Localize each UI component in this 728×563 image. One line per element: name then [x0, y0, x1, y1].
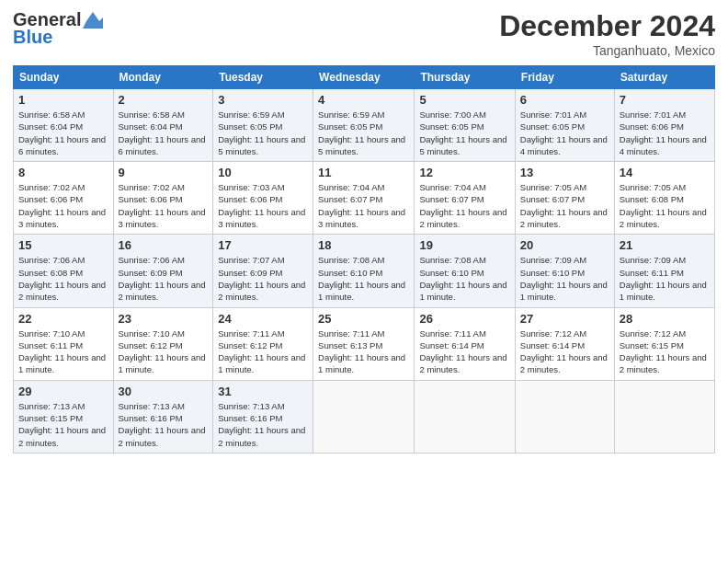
calendar-cell: 14Sunrise: 7:05 AM Sunset: 6:08 PM Dayli… — [614, 162, 714, 235]
day-number: 22 — [18, 312, 108, 326]
calendar-cell: 8Sunrise: 7:02 AM Sunset: 6:06 PM Daylig… — [14, 162, 114, 235]
day-info: Sunrise: 7:09 AM Sunset: 6:11 PM Dayligh… — [620, 254, 710, 303]
week-row-4: 29Sunrise: 7:13 AM Sunset: 6:15 PM Dayli… — [14, 380, 715, 453]
calendar-table: SundayMondayTuesdayWednesdayThursdayFrid… — [13, 65, 715, 454]
calendar-cell: 9Sunrise: 7:02 AM Sunset: 6:06 PM Daylig… — [113, 162, 213, 235]
calendar-cell: 1Sunrise: 6:58 AM Sunset: 6:04 PM Daylig… — [14, 89, 114, 162]
day-info: Sunrise: 7:13 AM Sunset: 6:16 PM Dayligh… — [119, 400, 209, 449]
calendar-cell: 7Sunrise: 7:01 AM Sunset: 6:06 PM Daylig… — [614, 89, 714, 162]
day-info: Sunrise: 7:01 AM Sunset: 6:06 PM Dayligh… — [620, 109, 710, 157]
calendar-cell: 20Sunrise: 7:09 AM Sunset: 6:10 PM Dayli… — [515, 235, 614, 307]
calendar-cell: 13Sunrise: 7:05 AM Sunset: 6:07 PM Dayli… — [515, 162, 614, 235]
header-friday: Friday — [515, 66, 614, 89]
day-number: 29 — [18, 385, 108, 398]
day-info: Sunrise: 7:11 AM Sunset: 6:13 PM Dayligh… — [318, 327, 409, 376]
day-number: 30 — [119, 385, 209, 398]
logo-icon — [83, 8, 103, 29]
day-number: 15 — [18, 238, 108, 252]
day-number: 17 — [218, 238, 308, 252]
day-info: Sunrise: 7:13 AM Sunset: 6:15 PM Dayligh… — [18, 400, 108, 449]
day-number: 18 — [318, 238, 409, 252]
day-number: 28 — [620, 312, 710, 326]
week-row-3: 22Sunrise: 7:10 AM Sunset: 6:11 PM Dayli… — [14, 307, 715, 380]
day-info: Sunrise: 7:12 AM Sunset: 6:15 PM Dayligh… — [620, 327, 710, 376]
calendar-cell: 11Sunrise: 7:04 AM Sunset: 6:07 PM Dayli… — [313, 162, 415, 235]
calendar-cell: 4Sunrise: 6:59 AM Sunset: 6:05 PM Daylig… — [313, 89, 415, 162]
calendar-cell: 25Sunrise: 7:11 AM Sunset: 6:13 PM Dayli… — [313, 307, 415, 380]
calendar-cell: 5Sunrise: 7:00 AM Sunset: 6:05 PM Daylig… — [415, 89, 515, 162]
calendar-cell: 31Sunrise: 7:13 AM Sunset: 6:16 PM Dayli… — [213, 380, 313, 453]
day-info: Sunrise: 7:12 AM Sunset: 6:14 PM Dayligh… — [520, 327, 609, 376]
day-number: 4 — [318, 93, 409, 107]
day-info: Sunrise: 7:04 AM Sunset: 6:07 PM Dayligh… — [318, 181, 409, 230]
calendar-cell: 3Sunrise: 6:59 AM Sunset: 6:05 PM Daylig… — [213, 89, 313, 162]
calendar-cell — [415, 380, 515, 453]
day-info: Sunrise: 7:05 AM Sunset: 6:07 PM Dayligh… — [520, 181, 609, 230]
calendar-cell: 24Sunrise: 7:11 AM Sunset: 6:12 PM Dayli… — [213, 307, 313, 380]
day-info: Sunrise: 7:06 AM Sunset: 6:09 PM Dayligh… — [119, 254, 209, 303]
day-info: Sunrise: 6:59 AM Sunset: 6:05 PM Dayligh… — [318, 109, 409, 157]
day-info: Sunrise: 7:08 AM Sunset: 6:10 PM Dayligh… — [318, 254, 409, 303]
day-info: Sunrise: 7:01 AM Sunset: 6:05 PM Dayligh… — [520, 109, 609, 157]
calendar-cell: 6Sunrise: 7:01 AM Sunset: 6:05 PM Daylig… — [515, 89, 614, 162]
calendar-cell: 19Sunrise: 7:08 AM Sunset: 6:10 PM Dayli… — [415, 235, 515, 307]
day-number: 14 — [620, 166, 710, 179]
calendar-cell: 17Sunrise: 7:07 AM Sunset: 6:09 PM Dayli… — [213, 235, 313, 307]
calendar-cell: 21Sunrise: 7:09 AM Sunset: 6:11 PM Dayli… — [614, 235, 714, 307]
calendar-cell: 15Sunrise: 7:06 AM Sunset: 6:08 PM Dayli… — [14, 235, 114, 307]
header-thursday: Thursday — [415, 66, 515, 89]
day-number: 19 — [419, 238, 509, 252]
day-number: 6 — [520, 93, 609, 107]
day-info: Sunrise: 7:11 AM Sunset: 6:14 PM Dayligh… — [419, 327, 509, 376]
day-info: Sunrise: 7:02 AM Sunset: 6:06 PM Dayligh… — [119, 181, 209, 230]
page-header: General Blue December 2024 Tanganhuato, … — [13, 9, 715, 58]
calendar-cell — [515, 380, 614, 453]
title-block: December 2024 Tanganhuato, Mexico — [499, 9, 715, 58]
calendar-cell: 18Sunrise: 7:08 AM Sunset: 6:10 PM Dayli… — [313, 235, 415, 307]
header-wednesday: Wednesday — [313, 66, 415, 89]
day-info: Sunrise: 7:09 AM Sunset: 6:10 PM Dayligh… — [520, 254, 609, 303]
month-title: December 2024 — [499, 9, 715, 43]
day-info: Sunrise: 7:11 AM Sunset: 6:12 PM Dayligh… — [218, 327, 308, 376]
day-number: 16 — [119, 238, 209, 252]
day-info: Sunrise: 7:03 AM Sunset: 6:06 PM Dayligh… — [218, 181, 308, 230]
week-row-0: 1Sunrise: 6:58 AM Sunset: 6:04 PM Daylig… — [14, 89, 715, 162]
day-number: 12 — [419, 166, 509, 179]
day-number: 5 — [419, 93, 509, 107]
calendar-cell: 29Sunrise: 7:13 AM Sunset: 6:15 PM Dayli… — [14, 380, 114, 453]
day-number: 7 — [620, 93, 710, 107]
calendar-cell: 16Sunrise: 7:06 AM Sunset: 6:09 PM Dayli… — [113, 235, 213, 307]
day-number: 13 — [520, 166, 609, 179]
day-info: Sunrise: 7:07 AM Sunset: 6:09 PM Dayligh… — [218, 254, 308, 303]
day-info: Sunrise: 7:13 AM Sunset: 6:16 PM Dayligh… — [218, 400, 308, 449]
day-info: Sunrise: 6:58 AM Sunset: 6:04 PM Dayligh… — [119, 109, 209, 157]
calendar-cell: 10Sunrise: 7:03 AM Sunset: 6:06 PM Dayli… — [213, 162, 313, 235]
header-tuesday: Tuesday — [213, 66, 313, 89]
calendar-cell: 2Sunrise: 6:58 AM Sunset: 6:04 PM Daylig… — [113, 89, 213, 162]
logo: General Blue — [13, 9, 103, 48]
week-row-2: 15Sunrise: 7:06 AM Sunset: 6:08 PM Dayli… — [14, 235, 715, 307]
header-monday: Monday — [113, 66, 213, 89]
day-number: 23 — [119, 312, 209, 326]
calendar-cell: 22Sunrise: 7:10 AM Sunset: 6:11 PM Dayli… — [14, 307, 114, 380]
day-number: 26 — [419, 312, 509, 326]
day-number: 10 — [218, 166, 308, 179]
day-number: 3 — [218, 93, 308, 107]
day-number: 21 — [620, 238, 710, 252]
day-number: 20 — [520, 238, 609, 252]
location: Tanganhuato, Mexico — [499, 43, 715, 58]
week-row-1: 8Sunrise: 7:02 AM Sunset: 6:06 PM Daylig… — [14, 162, 715, 235]
day-info: Sunrise: 7:02 AM Sunset: 6:06 PM Dayligh… — [18, 181, 108, 230]
calendar-header-row: SundayMondayTuesdayWednesdayThursdayFrid… — [14, 66, 715, 89]
day-number: 24 — [218, 312, 308, 326]
calendar-cell: 12Sunrise: 7:04 AM Sunset: 6:07 PM Dayli… — [415, 162, 515, 235]
day-info: Sunrise: 6:58 AM Sunset: 6:04 PM Dayligh… — [18, 109, 108, 157]
day-number: 27 — [520, 312, 609, 326]
calendar-cell — [313, 380, 415, 453]
day-info: Sunrise: 7:00 AM Sunset: 6:05 PM Dayligh… — [419, 109, 509, 157]
calendar-cell — [614, 380, 714, 453]
day-number: 8 — [18, 166, 108, 179]
header-sunday: Sunday — [14, 66, 114, 89]
day-number: 9 — [119, 166, 209, 179]
calendar-cell: 30Sunrise: 7:13 AM Sunset: 6:16 PM Dayli… — [113, 380, 213, 453]
